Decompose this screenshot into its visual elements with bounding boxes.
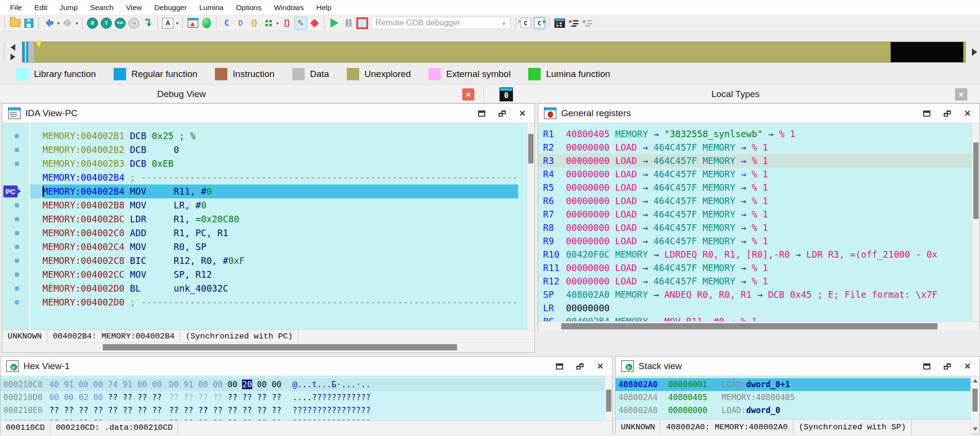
hex-byte[interactable]: ??: [137, 405, 147, 415]
scroll-down-icon[interactable]: [973, 427, 978, 431]
hex-byte[interactable]: ??: [198, 405, 208, 415]
disasm-line[interactable]: MEMORY:004002B3 DCB 0xEB: [30, 157, 518, 171]
maximize-icon[interactable]: [923, 110, 930, 117]
maximize-icon[interactable]: [478, 110, 485, 117]
hex-byte[interactable]: 40: [49, 380, 59, 389]
hex-byte[interactable]: ??: [183, 392, 193, 402]
stack-values-view[interactable]: 408002A000000001LOAD:dword_0+1408002A440…: [616, 376, 971, 419]
stack-row[interactable]: 408002A440800405MEMORY:40800405: [616, 391, 971, 404]
hex-byte[interactable]: ??: [198, 392, 208, 402]
close-icon[interactable]: ✕: [964, 363, 971, 370]
info-window-icon[interactable]: 0: [500, 87, 513, 101]
disasm-line[interactable]: MEMORY:004002B4 ; ----------------------…: [30, 171, 518, 185]
hex-byte[interactable]: ??: [123, 392, 132, 402]
maximize-icon[interactable]: [556, 363, 563, 370]
stack-vertical-scrollbar[interactable]: [970, 376, 980, 434]
disasm-line[interactable]: MEMORY:004002C0 ADD R1, PC, R1: [30, 226, 518, 240]
register-row-pc[interactable]: PC004002B4 MEMORY → MOV R11, #0 → % 1: [538, 315, 972, 321]
stack-vscroll-thumb[interactable]: [972, 389, 978, 412]
breakpoint-dot-icon[interactable]: [15, 300, 19, 305]
hex-byte[interactable]: 00: [257, 380, 266, 389]
jump-xref-button[interactable]: ➜: [128, 17, 140, 30]
undefine-button[interactable]: [308, 17, 321, 30]
run-until-return-button[interactable]: C: [533, 17, 546, 30]
hex-byte[interactable]: ??: [108, 392, 117, 402]
register-row-r10[interactable]: R1000420F0C MEMORY → LDRDEQ R0, R1, [R0]…: [538, 248, 972, 261]
hex-byte[interactable]: 91: [123, 380, 132, 389]
binary-format-button[interactable]: 010: [114, 17, 127, 30]
register-row-r6[interactable]: R600000000 LOAD → 464C457F MEMORY → % 1: [538, 194, 972, 207]
hex-byte[interactable]: 00: [64, 392, 74, 402]
hex-row[interactable]: 000210F0?? ?? ?? ?? ?? ?? ?? ???? ?? ?? …: [0, 417, 612, 420]
stop-process-button[interactable]: [356, 17, 369, 30]
hex-byte[interactable]: ??: [49, 405, 59, 415]
breakpoint-dot-icon[interactable]: [15, 203, 19, 207]
restore-icon[interactable]: [944, 363, 951, 370]
restore-icon[interactable]: [576, 363, 584, 370]
hex-byte[interactable]: D0: [169, 380, 179, 389]
disasm-line[interactable]: MEMORY:004002CC MOV SP, R12: [30, 268, 518, 282]
hex-byte[interactable]: ??: [78, 405, 88, 415]
ida-vertical-scrollbar[interactable]: [527, 123, 534, 329]
create-struct-button[interactable]: {}: [248, 17, 261, 30]
gutter-cell[interactable]: [2, 212, 29, 226]
hex-byte[interactable]: 00: [78, 380, 88, 389]
register-row-r12[interactable]: R1200000000 LOAD → 464C457F MEMORY → % 1: [538, 274, 972, 288]
disasm-line[interactable]: MEMORY:004002B2 DCB 0: [30, 143, 518, 157]
gutter-cell[interactable]: [2, 157, 29, 171]
hex-byte[interactable]: ??: [242, 392, 252, 402]
gutter-cell[interactable]: [2, 295, 29, 309]
hex-rows[interactable]: 000210C040 91 00 00 74 91 00 00D0 91 00 …: [0, 376, 612, 420]
register-row-r7[interactable]: R700000000 LOAD → 464C457F MEMORY → % 1: [538, 207, 972, 221]
breakpoint-dot-icon[interactable]: [15, 272, 19, 277]
hex-vscroll-thumb[interactable]: [606, 390, 611, 412]
hex-byte[interactable]: ??: [169, 392, 179, 402]
scroll-up-icon[interactable]: [973, 379, 978, 382]
restore-icon[interactable]: [499, 110, 506, 117]
menu-item-search[interactable]: Search: [84, 0, 120, 15]
hex-byte[interactable]: 00: [152, 380, 161, 389]
hex-byte[interactable]: 00: [137, 380, 147, 389]
ida-hscroll-thumb[interactable]: [103, 344, 457, 350]
close-icon[interactable]: ✕: [964, 110, 971, 117]
hex-byte[interactable]: 00: [49, 392, 59, 402]
hex-row[interactable]: 000210C040 91 00 00 74 91 00 00D0 91 00 …: [0, 378, 612, 391]
gutter-cell[interactable]: [2, 240, 29, 254]
hex-byte[interactable]: 00: [213, 380, 223, 389]
back-dropdown-caret[interactable]: ▾: [56, 21, 61, 26]
hex-byte[interactable]: 02: [78, 392, 88, 402]
disasm-line[interactable]: MEMORY:004002D0 BL unk_40032C: [30, 282, 518, 295]
tab-debug-view[interactable]: Debug View: [119, 85, 244, 104]
lumina-ball-button[interactable]: [200, 17, 213, 30]
hex-byte[interactable]: ??: [242, 405, 252, 415]
menu-item-options[interactable]: Options: [230, 0, 267, 15]
hex-byte[interactable]: ??: [257, 405, 266, 415]
gutter-cell[interactable]: [2, 171, 29, 185]
hex-byte[interactable]: 00: [228, 380, 237, 389]
hex-row[interactable]: 000210D000 00 02 00 ?? ?? ?? ???? ?? ?? …: [0, 391, 612, 404]
hex-byte[interactable]: ??: [108, 405, 117, 415]
ida-horizontal-scrollbar[interactable]: [2, 342, 534, 352]
maximize-icon[interactable]: [923, 363, 930, 370]
breakpoint-dot-icon[interactable]: [15, 134, 19, 138]
hex-vertical-scrollbar[interactable]: [605, 376, 612, 420]
disasm-line[interactable]: MEMORY:004002D0 ; ----------------------…: [30, 295, 518, 309]
data-dots-button[interactable]: [262, 17, 275, 30]
hex-byte[interactable]: ??: [213, 405, 223, 415]
text-format-button[interactable]: T: [100, 17, 113, 30]
breakpoint-dot-icon[interactable]: [15, 148, 19, 152]
breakpoint-dot-icon[interactable]: [15, 286, 19, 291]
hex-byte[interactable]: 00: [93, 380, 103, 389]
ida-view-header[interactable]: IDA View-PC ✕: [2, 104, 534, 123]
step-over-button[interactable]: C: [519, 17, 532, 30]
edit-patch-button[interactable]: ✎: [294, 17, 307, 30]
registers-view[interactable]: R140800405 MEMORY → "3832558_synlsewb" →…: [538, 123, 980, 321]
close-icon[interactable]: ✕: [519, 110, 526, 117]
breakpoint-list-button[interactable]: [553, 17, 566, 30]
breakpoint-dot-icon[interactable]: [15, 259, 19, 263]
register-row-r1[interactable]: R140800405 MEMORY → "3832558_synlsewb" →…: [538, 127, 972, 141]
stack-row[interactable]: 408002A800000000LOAD:dword_0: [616, 404, 971, 417]
register-row-sp[interactable]: SP408002A0 MEMORY → ANDEQ R0, R0, R1 → D…: [538, 288, 972, 301]
hex-byte[interactable]: ??: [272, 392, 281, 402]
hex-byte[interactable]: ??: [152, 405, 161, 415]
